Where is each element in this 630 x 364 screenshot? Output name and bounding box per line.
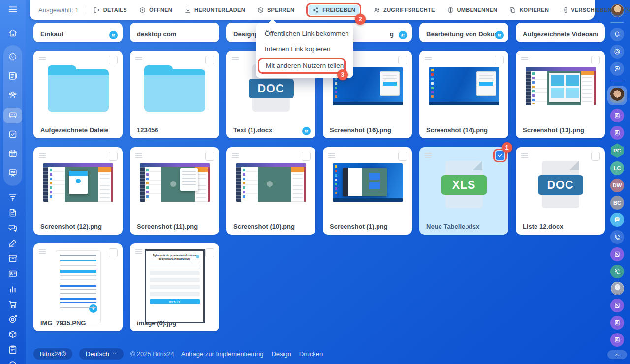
footer-link-design[interactable]: Design [271, 350, 291, 358]
file-card[interactable]: Screenshot (14).png [419, 51, 508, 138]
sidebar-contact-center-icon[interactable] [7, 269, 18, 280]
toolbar-button-öffnen[interactable]: ÖFFNEN [139, 6, 172, 14]
sidebar-warehouse-icon[interactable] [7, 254, 18, 265]
sidebar-tasks-icon[interactable] [5, 128, 20, 143]
chat-history-icon[interactable] [610, 62, 624, 76]
file-card[interactable]: Screenshot (11).png [130, 147, 219, 235]
file-checkbox[interactable] [591, 56, 600, 64]
bot-avatar[interactable] [610, 333, 624, 347]
toolbar-button-kopieren[interactable]: KOPIEREN [509, 6, 549, 14]
sidebar-market-icon[interactable] [7, 330, 18, 341]
file-checkbox[interactable] [495, 56, 504, 64]
file-checkbox[interactable] [109, 248, 118, 257]
group-avatar-pc[interactable]: PC [610, 143, 625, 158]
file-checkbox[interactable] [205, 248, 214, 257]
sidebar-support-icon[interactable] [7, 361, 18, 364]
drag-handle-icon[interactable] [328, 153, 335, 158]
drag-handle-icon[interactable] [135, 153, 142, 158]
footer-link-anfrage-zur-implementierung[interactable]: Anfrage zur Implementierung [181, 350, 264, 358]
sidebar-shop-icon[interactable] [7, 300, 18, 310]
menu-item-mit-anderen-nutzern-teilen[interactable]: Mit anderen Nutzern teilen3 [258, 58, 346, 74]
toolbar-button-freigeben[interactable]: FREIGEBEN2 [306, 3, 361, 17]
sidebar-automation-icon[interactable] [7, 345, 18, 356]
group-avatar-dw[interactable]: DW [610, 179, 624, 192]
sidebar-boards-icon[interactable] [5, 166, 20, 181]
file-card[interactable]: +IMG_7935.PNG [33, 243, 123, 331]
drag-handle-icon[interactable] [425, 153, 432, 158]
bell-icon[interactable] [610, 28, 624, 41]
sidebar-documents-icon[interactable] [7, 208, 18, 219]
chat-lines-icon[interactable] [610, 213, 624, 227]
menu-item-öffentlichen-link-bekommen[interactable]: Öffentlichen Link bekommen [256, 26, 353, 41]
sidebar-crm-icon[interactable] [7, 193, 18, 204]
sidebar-chat-icon[interactable] [7, 223, 18, 234]
file-card[interactable]: DOCListe 12.docx [516, 147, 605, 235]
toolbar-button-verschieben[interactable]: VERSCHIEBEN [561, 6, 612, 14]
folder-card[interactable]: Aufgezeichnete Dateien [33, 51, 123, 138]
file-card[interactable]: Bearbeitung von Dokumenten [419, 23, 508, 42]
active-user-avatar[interactable] [607, 86, 627, 105]
drag-handle-icon[interactable] [232, 57, 239, 61]
drag-handle-icon[interactable] [135, 249, 142, 254]
sidebar-menu-icon[interactable] [7, 5, 18, 16]
bot-avatar[interactable] [610, 247, 624, 261]
drag-handle-icon[interactable] [39, 249, 46, 254]
file-card[interactable]: Aufgezeichnete Videoanrufe [516, 23, 605, 42]
file-card[interactable]: Screenshot (13).png [516, 51, 605, 138]
bot-avatar[interactable] [610, 316, 624, 330]
file-checkbox[interactable] [398, 152, 407, 161]
drag-handle-icon[interactable] [39, 57, 46, 61]
file-checkbox[interactable] [496, 151, 504, 160]
file-card[interactable]: Screenshot (1).png [323, 147, 412, 235]
menu-item-internen-link-kopieren[interactable]: Internen Link kopieren [256, 41, 353, 57]
cat-avatar[interactable] [611, 282, 624, 295]
file-card[interactable]: Einkauf [33, 23, 123, 42]
toolbar-button-details[interactable]: DETAILS [93, 6, 127, 14]
bot-avatar[interactable] [610, 109, 624, 122]
copilot-icon[interactable] [610, 45, 624, 59]
sidebar-marketing-icon[interactable] [7, 315, 18, 326]
drag-handle-icon[interactable] [232, 153, 239, 158]
file-checkbox[interactable] [398, 56, 407, 64]
file-checkbox[interactable] [591, 152, 600, 161]
sidebar-home-icon[interactable] [7, 29, 18, 39]
drag-handle-icon[interactable] [39, 153, 46, 158]
folder-card[interactable]: 123456 [130, 51, 219, 138]
sidebar-drive-icon[interactable] [3, 108, 22, 123]
drag-handle-icon[interactable] [521, 57, 528, 61]
language-selector[interactable]: Deutsch [79, 348, 124, 360]
toolbar-button-herunterladen[interactable]: HERUNTERLADEN [184, 6, 245, 14]
drag-handle-icon[interactable] [521, 153, 528, 158]
bot-avatar[interactable] [610, 126, 624, 140]
file-checkbox[interactable] [205, 152, 214, 161]
group-avatar-lc[interactable]: LC [610, 161, 624, 175]
toolbar-button-zugriffsrechte[interactable]: ZUGRIFFSRECHTE [373, 6, 435, 14]
toolbar-button-sperren[interactable]: SPERREN [257, 6, 294, 14]
sidebar-messenger-icon[interactable] [5, 50, 20, 65]
sidebar-esign-icon[interactable] [7, 239, 18, 249]
sidebar-feed-icon[interactable] [5, 69, 20, 84]
phone-icon[interactable] [610, 265, 624, 278]
sidebar-analytics-icon[interactable] [7, 284, 18, 295]
file-card[interactable]: Screenshot (12).png [33, 147, 123, 235]
sidebar-calendar-icon[interactable] [5, 147, 20, 162]
file-card[interactable]: desktop com [130, 23, 219, 42]
sidebar-workgroups-icon[interactable] [5, 89, 20, 103]
file-card[interactable]: Screenshot (10).png [226, 147, 315, 235]
toolbar-button-änderungshistory[interactable]: ÄNDERUNGSHISTORY [624, 6, 630, 14]
group-avatar-bc[interactable]: BC [610, 196, 624, 210]
file-checkbox[interactable] [205, 56, 214, 64]
file-checkbox[interactable] [109, 56, 118, 64]
brand-pill[interactable]: Bitrix24® [33, 348, 72, 360]
phone-icon[interactable] [610, 230, 624, 244]
footer-link-drucken[interactable]: Drucken [299, 350, 323, 358]
file-card[interactable]: Zgłoszenie do przeniesienia konta na ded… [130, 243, 219, 331]
toolbar-button-umbenennen[interactable]: UMBENENNEN [447, 6, 498, 14]
bot-avatar[interactable] [610, 299, 624, 312]
drag-handle-icon[interactable] [135, 57, 142, 61]
file-checkbox[interactable] [302, 152, 311, 161]
file-checkbox[interactable] [109, 152, 118, 161]
drag-handle-icon[interactable] [425, 57, 432, 61]
chevron-up-icon[interactable] [607, 350, 627, 359]
file-card[interactable]: 1XLSNeue Tabelle.xlsx [419, 147, 508, 235]
